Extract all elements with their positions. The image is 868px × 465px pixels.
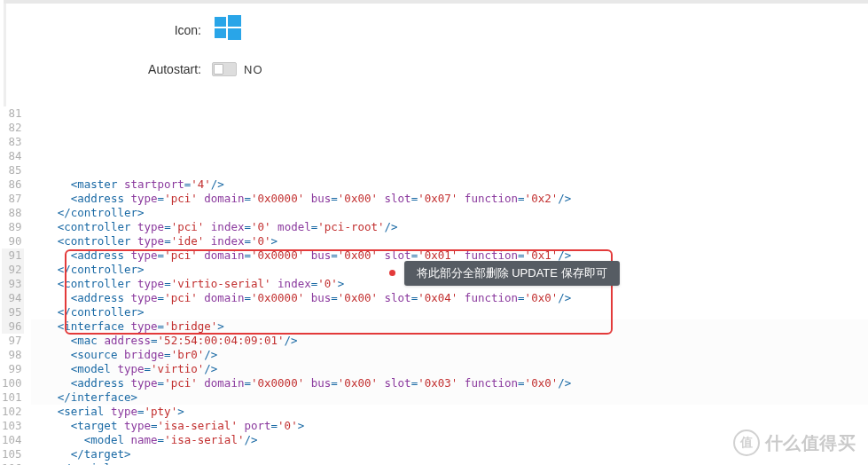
line-number: 86 xyxy=(2,177,24,192)
watermark-text: 什么值得买 xyxy=(765,431,856,455)
line-number: 81 xyxy=(2,106,24,121)
line-number: 91 xyxy=(2,248,24,263)
code-content[interactable]: 将此部分全部删除 UPDATE 保存即可 <master startport='… xyxy=(26,106,868,465)
code-line[interactable]: <master startport='4'/> xyxy=(31,177,868,192)
line-number: 103 xyxy=(2,419,24,433)
line-number: 102 xyxy=(2,405,24,419)
code-line[interactable]: </serial> xyxy=(31,461,868,465)
svg-rect-0 xyxy=(215,17,226,27)
annotation-pointer-dot xyxy=(389,270,395,276)
line-number: 85 xyxy=(2,163,24,177)
line-gutter: 8182838485868788899091929394959697989910… xyxy=(0,106,26,465)
line-number: 82 xyxy=(2,121,24,135)
icon-label: Icon: xyxy=(6,23,212,37)
windows-icon[interactable] xyxy=(212,12,244,48)
code-line[interactable]: <controller type='ide' index='0'> xyxy=(31,234,868,248)
line-number: 95 xyxy=(2,305,24,319)
toggle-track[interactable] xyxy=(212,62,237,76)
code-line[interactable]: <address type='pci' domain='0x0000' bus=… xyxy=(31,192,868,206)
code-line[interactable]: <address type='pci' domain='0x0000' bus=… xyxy=(31,291,868,305)
line-number: 89 xyxy=(2,220,24,234)
line-number: 93 xyxy=(2,277,24,291)
code-line[interactable]: <controller type='pci' index='0' model='… xyxy=(31,220,868,234)
vm-settings-panel: Icon: Autostart: NO xyxy=(4,0,868,106)
watermark-badge: 值 xyxy=(733,430,760,456)
code-line[interactable]: <mac address='52:54:00:04:09:01'/> xyxy=(31,334,868,348)
code-line[interactable]: <serial type='pty'> xyxy=(31,405,868,419)
watermark: 值 什么值得买 xyxy=(733,430,856,456)
line-number: 83 xyxy=(2,135,24,149)
xml-editor[interactable]: 8182838485868788899091929394959697989910… xyxy=(0,106,868,465)
autostart-row: Autostart: NO xyxy=(6,50,868,89)
code-line[interactable]: </controller> xyxy=(31,305,868,319)
svg-rect-2 xyxy=(215,28,226,38)
line-number: 88 xyxy=(2,206,24,220)
autostart-label: Autostart: xyxy=(6,62,212,76)
line-number: 92 xyxy=(2,263,24,277)
code-line[interactable]: <source bridge='br0'/> xyxy=(31,348,868,362)
icon-row: Icon: xyxy=(6,11,868,50)
line-number: 105 xyxy=(2,447,24,461)
line-number: 97 xyxy=(2,334,24,348)
line-number: 99 xyxy=(2,362,24,376)
line-number: 106 xyxy=(2,461,24,465)
line-number: 98 xyxy=(2,348,24,362)
annotation-tooltip: 将此部分全部删除 UPDATE 保存即可 xyxy=(404,261,620,286)
code-line[interactable]: </interface> xyxy=(31,390,868,405)
autostart-value: NO xyxy=(244,63,263,76)
top-scrollbar[interactable] xyxy=(4,0,868,4)
tooltip-text: 将此部分全部删除 UPDATE 保存即可 xyxy=(417,266,607,280)
line-number: 90 xyxy=(2,234,24,248)
code-line[interactable]: <interface type='bridge'> xyxy=(31,319,868,334)
code-line[interactable]: <model type='virtio'/> xyxy=(31,362,868,376)
line-number: 87 xyxy=(2,192,24,206)
svg-rect-3 xyxy=(228,28,241,40)
code-line[interactable]: </controller> xyxy=(31,206,868,220)
line-number: 100 xyxy=(2,376,24,390)
svg-rect-1 xyxy=(228,15,241,27)
line-number: 96 xyxy=(2,319,24,334)
line-number: 104 xyxy=(2,433,24,447)
line-number: 101 xyxy=(2,390,24,405)
autostart-toggle[interactable]: NO xyxy=(212,62,263,76)
code-line[interactable]: <address type='pci' domain='0x0000' bus=… xyxy=(31,376,868,390)
line-number: 84 xyxy=(2,149,24,163)
line-number: 94 xyxy=(2,291,24,305)
